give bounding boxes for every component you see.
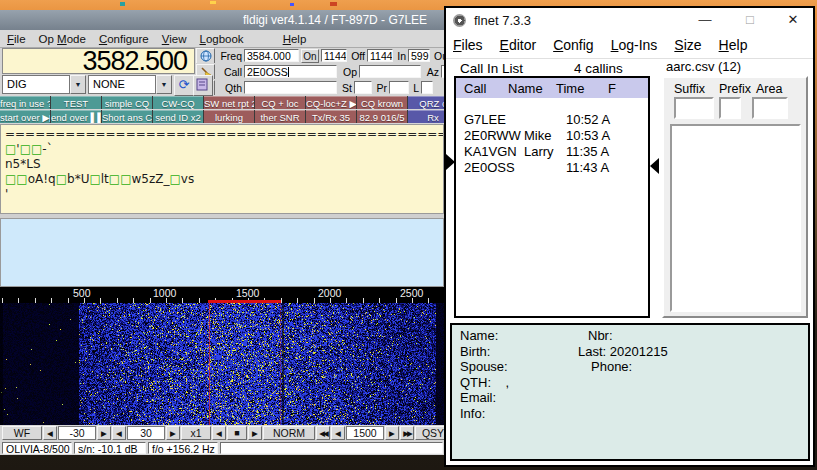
menu-configure[interactable]: Configure: [99, 33, 149, 45]
name-label: Name:: [460, 328, 578, 343]
in-field[interactable]: 599: [408, 49, 430, 62]
menu-help[interactable]: Help: [719, 37, 748, 53]
freq-field[interactable]: 3584.000: [244, 49, 299, 62]
double-left-arrow-icon[interactable]: ◀◀: [316, 426, 330, 440]
wf-range[interactable]: 30: [127, 426, 165, 440]
refresh-icon[interactable]: ⟳: [174, 75, 194, 96]
close-button[interactable]: ✕: [776, 8, 810, 32]
secondary-selector[interactable]: NONE ▼: [88, 75, 172, 94]
off-field[interactable]: 1144: [367, 49, 393, 62]
mode-selector-value: DIG: [2, 75, 70, 94]
loc-field[interactable]: [421, 81, 433, 94]
macro-button[interactable]: end over ▌▌: [51, 110, 101, 123]
st-field[interactable]: [354, 81, 372, 94]
tx-text-pane[interactable]: [0, 218, 444, 287]
macro-button[interactable]: Short ans CAl: [102, 110, 152, 123]
macro-button[interactable]: lurking: [204, 110, 254, 123]
selection-pointer-right-icon: [446, 154, 455, 170]
norm-button[interactable]: NORM: [263, 426, 315, 440]
call-in-list[interactable]: Call Name Time F G7LEE10:52 A 2E0RWWMike…: [454, 76, 650, 318]
macro-button[interactable]: CQ + loc: [255, 96, 305, 109]
double-right-arrow-icon[interactable]: ▶▶: [400, 426, 414, 440]
macro-button[interactable]: simple CQ: [102, 96, 152, 109]
list-item[interactable]: G7LEE10:52 A: [464, 111, 648, 127]
macro-button[interactable]: 82.9 016/5: [357, 110, 407, 123]
area-input[interactable]: [752, 97, 788, 119]
email-label: Email:: [460, 390, 496, 405]
on-button[interactable]: On: [301, 49, 319, 63]
flnet-body: Call In List 4 callins Call Name Time F …: [446, 59, 813, 464]
chevron-down-icon[interactable]: ▼: [156, 75, 172, 94]
right-arrow-icon[interactable]: ▶: [385, 426, 399, 440]
right-arrow-icon[interactable]: ▶: [248, 426, 262, 440]
wf-toggle-button[interactable]: WF: [2, 426, 42, 440]
macro-button[interactable]: send ID x2: [153, 110, 203, 123]
macro-button[interactable]: QRZ c: [408, 96, 446, 109]
macro-button[interactable]: freq in use ?: [0, 96, 50, 109]
menu-config[interactable]: Config: [553, 37, 593, 53]
status-mode[interactable]: OLIVIA-8/500: [2, 442, 72, 454]
cursor-frequency[interactable]: 1500: [346, 426, 384, 440]
left-arrow-icon[interactable]: ◀: [43, 426, 57, 440]
menu-size[interactable]: Size: [674, 37, 701, 53]
macro-button[interactable]: CW-CQ: [153, 96, 203, 109]
header-name: Name: [508, 81, 556, 96]
waterfall-display[interactable]: [0, 303, 444, 425]
macro-button[interactable]: start over ▶▶: [0, 110, 50, 123]
menu-op-mode[interactable]: Op Mode: [39, 33, 86, 45]
macro-button[interactable]: CQ krown: [357, 96, 407, 109]
database-list[interactable]: [670, 124, 801, 312]
qth-field[interactable]: [244, 81, 337, 94]
wf-lower-limit[interactable]: -30: [58, 426, 96, 440]
list-item[interactable]: KA1VGNLarry11:35 A: [464, 143, 648, 159]
globe-icon[interactable]: [196, 48, 215, 63]
prefix-input[interactable]: [719, 97, 741, 119]
dialog-icon[interactable]: [193, 75, 213, 96]
off-label: Off: [349, 50, 365, 62]
macro-button[interactable]: Tx/Rx 35: [306, 110, 356, 123]
macro-button[interactable]: ther SNR: [255, 110, 305, 123]
call-field[interactable]: 2E0OSS: [244, 65, 337, 78]
macro-button[interactable]: SW net rpt 2n: [204, 96, 254, 109]
menu-files[interactable]: Files: [453, 37, 483, 53]
macro-button[interactable]: CQ-loc+Z ▶▌: [306, 96, 356, 109]
right-arrow-icon[interactable]: ▶: [97, 426, 111, 440]
list-item[interactable]: 2E0RWWMike10:53 A: [464, 127, 648, 143]
desktop: fldigi ver4.1.14 / FT-897D - G7LEE File …: [0, 0, 817, 470]
stop-icon[interactable]: ■: [227, 426, 247, 440]
list-item[interactable]: 2E0OSS11:43 A: [464, 159, 648, 175]
on-field[interactable]: 1144: [321, 49, 347, 62]
left-arrow-icon[interactable]: ◀: [112, 426, 126, 440]
macro-button[interactable]: TEST: [51, 96, 101, 109]
menu-editor[interactable]: Editor: [500, 37, 537, 53]
rx-text-pane[interactable]: ========================================…: [0, 124, 444, 214]
op-field[interactable]: [359, 65, 421, 78]
maximize-button[interactable]: □: [733, 8, 767, 32]
macro-button[interactable]: Rx: [408, 110, 446, 123]
qsy-button[interactable]: QSY: [415, 426, 447, 440]
desktop-speck: [330, 2, 337, 6]
rx-text-line: □□oA!q□b*U□lt□□w5zZ_□vs: [5, 172, 439, 187]
chevron-down-icon[interactable]: ▼: [70, 75, 86, 94]
call-in-list-header: Call Name Time F: [456, 78, 648, 98]
mode-selector[interactable]: DIG ▼: [2, 75, 86, 94]
zoom-x1-button[interactable]: x1: [181, 426, 211, 440]
menu-view[interactable]: View: [162, 33, 187, 45]
flnet-app-icon: [453, 14, 466, 27]
menu-help[interactable]: Help: [283, 33, 307, 45]
fldigi-window: fldigi ver4.1.14 / FT-897D - G7LEE File …: [0, 10, 446, 455]
menu-file[interactable]: File: [7, 33, 26, 45]
suffix-input[interactable]: [674, 97, 714, 119]
secondary-selector-value: NONE: [88, 75, 156, 94]
minimize-button[interactable]: —: [688, 8, 722, 32]
frequency-display[interactable]: 3582.500: [2, 48, 195, 74]
menu-logbook[interactable]: Logbook: [199, 33, 243, 45]
left-arrow-icon[interactable]: ◀: [212, 426, 226, 440]
status-spacer: [220, 442, 443, 454]
menu-log-ins[interactable]: Log-Ins: [611, 37, 658, 53]
left-arrow-icon[interactable]: ◀: [331, 426, 345, 440]
phone-label: Phone:: [578, 359, 632, 374]
flnet-title-bar: flnet 7.3.3 — □ ✕: [446, 8, 813, 32]
right-arrow-icon[interactable]: ▶: [166, 426, 180, 440]
pr-field[interactable]: [389, 81, 409, 94]
